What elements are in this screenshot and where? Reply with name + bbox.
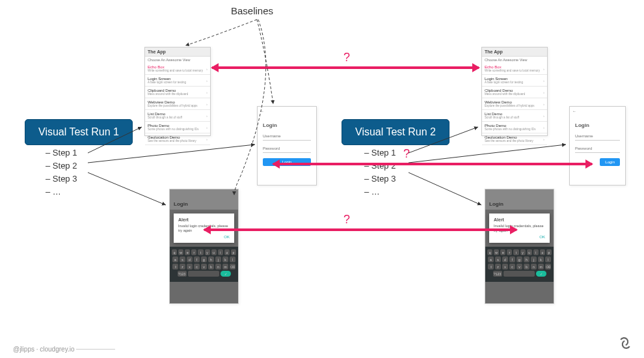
password-field xyxy=(575,145,620,153)
back-icon: ← xyxy=(260,109,264,113)
login-title: Login xyxy=(263,122,311,128)
baseline-login-screen-1: ← Login Login xyxy=(257,106,317,186)
svg-line-4 xyxy=(409,145,566,163)
compare-arrow-1 xyxy=(212,66,479,69)
slide: Baselines Visual Test Run 1 – Step 1 – S… xyxy=(0,0,644,358)
run2-step4: … xyxy=(371,187,380,197)
run1-step3: Step 3 xyxy=(53,174,77,184)
username-field xyxy=(263,132,311,141)
list-item: List DemoScroll through a list of stuff› xyxy=(482,110,547,122)
list-item: Webview DemoExplore the possibilities of… xyxy=(482,98,547,110)
list-item: Photo DemoSome photos with no distinguis… xyxy=(145,122,210,133)
baseline-login-screen-2: ← Login Login xyxy=(569,106,626,186)
run2-step1: Step 1 xyxy=(371,148,396,158)
footer: @jlipps · cloudgrey.io xyxy=(13,346,119,353)
svg-line-1 xyxy=(88,145,255,163)
run2-step3: Step 3 xyxy=(371,174,396,184)
app-title: The App xyxy=(145,48,210,57)
list-item: Login ScreenA fake login screen for test… xyxy=(482,75,547,87)
list-subtitle: Choose An Awesome View xyxy=(482,57,547,63)
baseline-alert-screen-1: LoginAlertInvalid login credentials, ple… xyxy=(169,189,239,304)
question-mark-1: ? xyxy=(343,51,350,64)
compare-arrow-3 xyxy=(204,228,517,231)
list-item: Login ScreenA fake login screen for test… xyxy=(145,75,210,87)
footer-separator xyxy=(76,349,115,350)
compare-arrow-2 xyxy=(273,163,592,165)
list-item: Echo BoxWrite something and save to loca… xyxy=(482,63,547,75)
question-mark-3: ? xyxy=(343,213,350,227)
list-item: Geolocation DemoSee the sensors and the … xyxy=(145,133,210,145)
list-subtitle: Choose An Awesome View xyxy=(145,57,210,63)
list-item: Webview DemoExplore the possibilities of… xyxy=(145,98,210,110)
svg-line-5 xyxy=(409,172,481,205)
run1-steps: – Step 1 – Step 2 – Step 3 – … xyxy=(46,146,77,199)
username-field xyxy=(575,132,620,141)
svg-line-2 xyxy=(88,172,166,205)
run1-pill: Visual Test Run 1 xyxy=(25,119,133,145)
footer-text: @jlipps · cloudgrey.io xyxy=(13,346,74,353)
back-icon: ← xyxy=(572,109,576,113)
run1-step4: … xyxy=(53,187,61,197)
question-mark-2: ? xyxy=(403,147,410,161)
app-title: The App xyxy=(482,48,547,57)
list-item: Geolocation DemoSee the sensors and the … xyxy=(482,133,547,145)
list-item: List DemoScroll through a list of stuff› xyxy=(145,110,210,122)
list-item: Photo DemoSome photos with no distinguis… xyxy=(482,122,547,133)
baseline-list-screen-2: The App Choose An Awesome View Echo BoxW… xyxy=(481,47,548,136)
baseline-alert-screen-2: LoginAlertInvalid login credentials, ple… xyxy=(485,189,554,304)
run2-steps: – Step 1 – Step 2 – Step 3 – … xyxy=(364,146,396,199)
run1-step1: Step 1 xyxy=(53,148,77,158)
run2-pill: Visual Test Run 2 xyxy=(342,119,449,145)
password-field xyxy=(263,145,311,153)
login-button: Login xyxy=(600,158,620,166)
run1-step2: Step 2 xyxy=(53,161,77,171)
cloudgrey-logo-icon xyxy=(614,332,636,354)
baseline-list-screen-1: The App Choose An Awesome View Echo BoxW… xyxy=(144,47,211,136)
list-item: Clipboard DemoMess around with the clipb… xyxy=(145,87,210,98)
login-title: Login xyxy=(575,122,620,128)
list-item: Clipboard DemoMess around with the clipb… xyxy=(482,87,547,98)
baselines-label: Baselines xyxy=(231,5,273,16)
list-item: Echo BoxWrite something and save to loca… xyxy=(145,63,210,75)
